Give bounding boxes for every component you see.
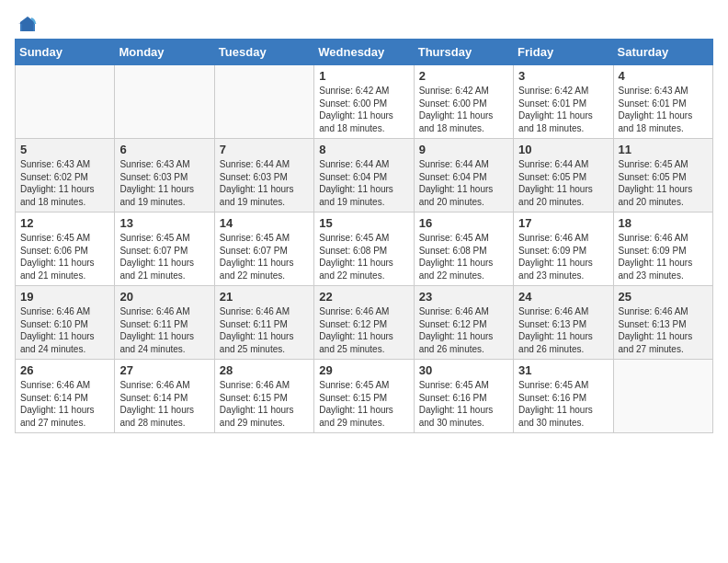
day-number: 26 xyxy=(20,363,109,377)
day-number: 11 xyxy=(619,143,708,156)
day-info: Sunrise: 6:43 AM Sunset: 6:01 PM Dayligh… xyxy=(619,85,708,134)
day-header-sunday: Sunday xyxy=(16,40,115,65)
day-cell: 28Sunrise: 6:46 AM Sunset: 6:15 PM Dayli… xyxy=(214,360,313,433)
day-info: Sunrise: 6:45 AM Sunset: 6:16 PM Dayligh… xyxy=(419,379,508,429)
day-info: Sunrise: 6:45 AM Sunset: 6:05 PM Dayligh… xyxy=(619,158,708,208)
day-cell: 19Sunrise: 6:46 AM Sunset: 6:10 PM Dayli… xyxy=(16,286,115,360)
day-info: Sunrise: 6:44 AM Sunset: 6:04 PM Dayligh… xyxy=(419,158,508,208)
day-info: Sunrise: 6:46 AM Sunset: 6:09 PM Dayligh… xyxy=(518,232,608,282)
week-row-2: 5Sunrise: 6:43 AM Sunset: 6:02 PM Daylig… xyxy=(16,139,713,213)
day-cell: 24Sunrise: 6:46 AM Sunset: 6:13 PM Dayli… xyxy=(514,286,613,360)
day-number: 24 xyxy=(518,290,608,304)
day-number: 5 xyxy=(20,143,109,156)
day-cell: 5Sunrise: 6:43 AM Sunset: 6:02 PM Daylig… xyxy=(16,139,115,213)
day-number: 7 xyxy=(220,143,309,156)
day-info: Sunrise: 6:45 AM Sunset: 6:07 PM Dayligh… xyxy=(220,232,309,282)
day-info: Sunrise: 6:44 AM Sunset: 6:05 PM Dayligh… xyxy=(518,158,608,208)
day-number: 25 xyxy=(619,290,708,304)
day-cell: 25Sunrise: 6:46 AM Sunset: 6:13 PM Dayli… xyxy=(613,286,712,360)
day-cell xyxy=(16,65,115,139)
day-cell: 2Sunrise: 6:42 AM Sunset: 6:00 PM Daylig… xyxy=(414,65,513,139)
day-info: Sunrise: 6:43 AM Sunset: 6:02 PM Dayligh… xyxy=(20,158,109,208)
day-cell: 9Sunrise: 6:44 AM Sunset: 6:04 PM Daylig… xyxy=(414,139,513,213)
page-header xyxy=(15,15,713,33)
week-row-4: 19Sunrise: 6:46 AM Sunset: 6:10 PM Dayli… xyxy=(16,286,713,360)
day-cell: 14Sunrise: 6:45 AM Sunset: 6:07 PM Dayli… xyxy=(214,213,313,286)
day-cell: 30Sunrise: 6:45 AM Sunset: 6:16 PM Dayli… xyxy=(414,360,513,433)
day-info: Sunrise: 6:46 AM Sunset: 6:09 PM Dayligh… xyxy=(619,232,708,282)
day-cell: 21Sunrise: 6:46 AM Sunset: 6:11 PM Dayli… xyxy=(214,286,313,360)
day-number: 19 xyxy=(20,290,109,304)
day-cell xyxy=(115,65,214,139)
day-cell: 16Sunrise: 6:45 AM Sunset: 6:08 PM Dayli… xyxy=(414,213,513,286)
day-header-monday: Monday xyxy=(115,40,214,65)
day-number: 16 xyxy=(419,216,508,230)
day-info: Sunrise: 6:46 AM Sunset: 6:11 PM Dayligh… xyxy=(119,305,209,355)
day-number: 4 xyxy=(619,69,708,83)
day-number: 14 xyxy=(220,216,309,230)
day-header-saturday: Saturday xyxy=(613,40,712,65)
day-cell: 20Sunrise: 6:46 AM Sunset: 6:11 PM Dayli… xyxy=(115,286,214,360)
day-number: 13 xyxy=(119,216,209,230)
day-header-wednesday: Wednesday xyxy=(314,40,414,65)
day-info: Sunrise: 6:46 AM Sunset: 6:12 PM Dayligh… xyxy=(319,305,408,355)
logo xyxy=(15,15,39,33)
day-info: Sunrise: 6:42 AM Sunset: 6:00 PM Dayligh… xyxy=(319,85,408,134)
day-number: 27 xyxy=(119,363,209,377)
day-cell: 18Sunrise: 6:46 AM Sunset: 6:09 PM Dayli… xyxy=(613,213,712,286)
day-info: Sunrise: 6:46 AM Sunset: 6:14 PM Dayligh… xyxy=(20,379,109,429)
day-info: Sunrise: 6:43 AM Sunset: 6:03 PM Dayligh… xyxy=(119,158,209,208)
day-cell: 10Sunrise: 6:44 AM Sunset: 6:05 PM Dayli… xyxy=(514,139,613,213)
day-number: 31 xyxy=(518,363,608,377)
day-number: 9 xyxy=(419,143,508,156)
day-number: 3 xyxy=(518,69,608,83)
day-info: Sunrise: 6:44 AM Sunset: 6:03 PM Dayligh… xyxy=(220,158,309,208)
calendar-table: SundayMondayTuesdayWednesdayThursdayFrid… xyxy=(15,39,713,433)
day-header-tuesday: Tuesday xyxy=(214,40,313,65)
logo-icon xyxy=(18,15,37,33)
day-cell: 12Sunrise: 6:45 AM Sunset: 6:06 PM Dayli… xyxy=(16,213,115,286)
day-number: 22 xyxy=(319,290,408,304)
day-cell xyxy=(613,360,712,433)
week-row-3: 12Sunrise: 6:45 AM Sunset: 6:06 PM Dayli… xyxy=(16,213,713,286)
day-number: 18 xyxy=(619,216,708,230)
day-info: Sunrise: 6:45 AM Sunset: 6:06 PM Dayligh… xyxy=(20,232,109,282)
day-info: Sunrise: 6:46 AM Sunset: 6:11 PM Dayligh… xyxy=(220,305,309,355)
day-cell: 8Sunrise: 6:44 AM Sunset: 6:04 PM Daylig… xyxy=(314,139,414,213)
day-number: 29 xyxy=(319,363,408,377)
week-row-1: 1Sunrise: 6:42 AM Sunset: 6:00 PM Daylig… xyxy=(16,65,713,139)
day-number: 1 xyxy=(319,69,408,83)
day-cell: 1Sunrise: 6:42 AM Sunset: 6:00 PM Daylig… xyxy=(314,65,414,139)
day-info: Sunrise: 6:46 AM Sunset: 6:15 PM Dayligh… xyxy=(220,379,309,429)
day-cell: 27Sunrise: 6:46 AM Sunset: 6:14 PM Dayli… xyxy=(115,360,214,433)
day-info: Sunrise: 6:45 AM Sunset: 6:07 PM Dayligh… xyxy=(119,232,209,282)
day-cell: 4Sunrise: 6:43 AM Sunset: 6:01 PM Daylig… xyxy=(613,65,712,139)
calendar-header: SundayMondayTuesdayWednesdayThursdayFrid… xyxy=(16,40,713,65)
day-number: 20 xyxy=(119,290,209,304)
day-number: 2 xyxy=(419,69,508,83)
day-info: Sunrise: 6:44 AM Sunset: 6:04 PM Dayligh… xyxy=(319,158,408,208)
day-info: Sunrise: 6:42 AM Sunset: 6:00 PM Dayligh… xyxy=(419,85,508,134)
day-cell: 23Sunrise: 6:46 AM Sunset: 6:12 PM Dayli… xyxy=(414,286,513,360)
day-info: Sunrise: 6:46 AM Sunset: 6:13 PM Dayligh… xyxy=(619,305,708,355)
day-cell: 22Sunrise: 6:46 AM Sunset: 6:12 PM Dayli… xyxy=(314,286,414,360)
day-info: Sunrise: 6:45 AM Sunset: 6:08 PM Dayligh… xyxy=(419,232,508,282)
day-cell: 7Sunrise: 6:44 AM Sunset: 6:03 PM Daylig… xyxy=(214,139,313,213)
day-number: 6 xyxy=(119,143,209,156)
days-of-week-row: SundayMondayTuesdayWednesdayThursdayFrid… xyxy=(16,40,713,65)
day-number: 10 xyxy=(518,143,608,156)
day-cell: 26Sunrise: 6:46 AM Sunset: 6:14 PM Dayli… xyxy=(16,360,115,433)
day-cell xyxy=(214,65,313,139)
day-number: 28 xyxy=(220,363,309,377)
day-number: 17 xyxy=(518,216,608,230)
day-cell: 13Sunrise: 6:45 AM Sunset: 6:07 PM Dayli… xyxy=(115,213,214,286)
day-info: Sunrise: 6:45 AM Sunset: 6:15 PM Dayligh… xyxy=(319,379,408,429)
day-info: Sunrise: 6:46 AM Sunset: 6:14 PM Dayligh… xyxy=(119,379,209,429)
day-info: Sunrise: 6:42 AM Sunset: 6:01 PM Dayligh… xyxy=(518,85,608,134)
day-info: Sunrise: 6:45 AM Sunset: 6:16 PM Dayligh… xyxy=(518,379,608,429)
day-number: 23 xyxy=(419,290,508,304)
day-number: 8 xyxy=(319,143,408,156)
day-number: 21 xyxy=(220,290,309,304)
week-row-5: 26Sunrise: 6:46 AM Sunset: 6:14 PM Dayli… xyxy=(16,360,713,433)
day-cell: 15Sunrise: 6:45 AM Sunset: 6:08 PM Dayli… xyxy=(314,213,414,286)
